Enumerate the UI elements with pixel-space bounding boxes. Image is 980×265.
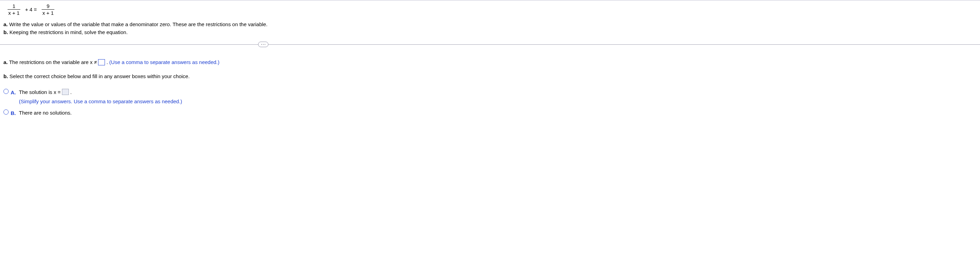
frac1-denominator: x + 1 (8, 10, 20, 16)
instruction-b-label: b. (3, 29, 8, 35)
part-a-hint: (Use a comma to separate answers as need… (110, 58, 220, 66)
equation-display: 1 x + 1 + 4 = 9 x + 1 (0, 0, 980, 19)
part-b-label: b. (3, 73, 8, 79)
equation-middle: + 4 = (24, 6, 38, 13)
instruction-b-text: Keeping the restrictions in mind, solve … (8, 29, 128, 35)
instructions-block: a. Write the value or values of the vari… (0, 19, 980, 41)
choice-a-row: A. The solution is x = . (Simplify your … (3, 88, 980, 105)
choice-a-posttext: . (70, 88, 72, 96)
choice-a-letter: A. (11, 88, 16, 96)
restriction-input[interactable] (98, 59, 105, 65)
frac1-numerator: 1 (12, 3, 16, 9)
frac2-numerator: 9 (46, 3, 50, 9)
choice-b-text: There are no solutions. (19, 109, 72, 117)
choice-a-radio[interactable] (3, 89, 9, 94)
part-a-posttext: . (106, 58, 108, 66)
instruction-a-label: a. (3, 21, 8, 27)
expand-pill[interactable] (258, 42, 269, 47)
frac2-denominator: x + 1 (41, 10, 54, 16)
part-a-pretext: The restrictions on the variable are x ≠ (8, 59, 97, 65)
choice-b-radio[interactable] (3, 109, 9, 115)
instruction-a-text: Write the value or values of the variabl… (8, 21, 268, 27)
part-b-instruction: b. Select the correct choice below and f… (3, 72, 980, 80)
fraction-2: 9 x + 1 (41, 3, 54, 16)
fraction-1: 1 x + 1 (8, 3, 20, 16)
solution-input[interactable] (62, 89, 69, 95)
part-b-text: Select the correct choice below and fill… (8, 73, 189, 79)
choice-b-row: B. There are no solutions. (3, 109, 980, 117)
section-divider (0, 41, 980, 48)
choice-a-pretext: The solution is x = (19, 88, 60, 96)
choice-a-hint: (Simplify your answers. Use a comma to s… (19, 97, 182, 105)
choice-b-letter: B. (11, 109, 16, 117)
ellipsis-icon (261, 44, 265, 45)
part-a-answer-line: a. The restrictions on the variable are … (3, 58, 980, 66)
part-a-label: a. (3, 59, 8, 65)
